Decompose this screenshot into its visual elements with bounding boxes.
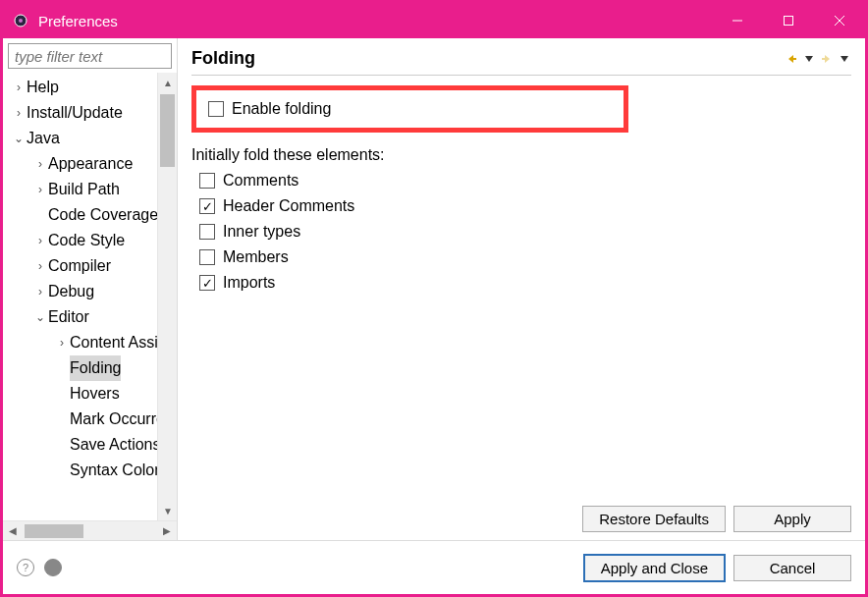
maximize-button[interactable] bbox=[763, 3, 814, 38]
fold-option-checkbox[interactable] bbox=[199, 224, 215, 240]
scroll-right-icon[interactable]: ▶ bbox=[157, 521, 177, 541]
enable-folding-highlight: Enable folding bbox=[191, 85, 628, 133]
tree-item-label: Java bbox=[27, 126, 60, 151]
back-menu-icon[interactable] bbox=[802, 52, 816, 66]
tree-item-label: Content Assist bbox=[70, 330, 157, 355]
forward-menu-icon[interactable] bbox=[838, 52, 851, 66]
help-icon[interactable]: ? bbox=[17, 559, 34, 576]
fold-option-checkbox[interactable] bbox=[199, 198, 215, 214]
fold-option-row[interactable]: Members bbox=[199, 244, 851, 270]
chevron-right-icon[interactable]: › bbox=[11, 75, 27, 100]
tree-item[interactable]: ›Compiler bbox=[3, 253, 157, 279]
tree-item[interactable]: Hovers bbox=[3, 381, 157, 407]
fold-option-row[interactable]: Header Comments bbox=[199, 193, 851, 219]
tree-item-label: Install/Update bbox=[27, 100, 123, 126]
chevron-right-icon[interactable]: › bbox=[32, 177, 48, 202]
chevron-right-icon[interactable]: › bbox=[32, 228, 48, 253]
back-icon[interactable] bbox=[785, 52, 798, 66]
bottom-bar: ? Apply and Close Cancel bbox=[3, 541, 865, 594]
fold-option-row[interactable]: Imports bbox=[199, 270, 851, 296]
hscroll-thumb[interactable] bbox=[25, 524, 83, 538]
window-title: Preferences bbox=[38, 13, 118, 29]
tree-item-label: Hovers bbox=[70, 381, 120, 407]
fold-option-label: Imports bbox=[223, 270, 275, 296]
tree-item-label: Folding bbox=[70, 355, 121, 381]
chevron-right-icon[interactable]: › bbox=[54, 330, 70, 355]
tree-item[interactable]: ›Content Assist bbox=[3, 330, 157, 355]
filter-input[interactable] bbox=[8, 43, 172, 69]
tree-item-label: Build Path bbox=[48, 177, 120, 202]
chevron-down-icon[interactable]: ⌄ bbox=[11, 126, 27, 151]
content-panel: Folding Enable folding Initially fold th… bbox=[178, 38, 865, 540]
fold-options-list: CommentsHeader CommentsInner typesMember… bbox=[191, 168, 851, 296]
tree-item[interactable]: ›Install/Update bbox=[3, 100, 157, 126]
content-body: Enable folding Initially fold these elem… bbox=[191, 85, 851, 500]
nav-icons bbox=[785, 52, 851, 66]
tree-item-label: Code Coverage bbox=[48, 202, 157, 228]
scroll-left-icon[interactable]: ◀ bbox=[3, 521, 23, 541]
chevron-right-icon[interactable]: › bbox=[32, 151, 48, 177]
fold-option-checkbox[interactable] bbox=[199, 249, 215, 265]
fold-option-label: Members bbox=[223, 244, 289, 270]
chevron-right-icon[interactable]: › bbox=[32, 279, 48, 304]
fold-option-label: Inner types bbox=[223, 219, 300, 244]
tree-item-label: Code Style bbox=[48, 228, 125, 253]
tree-item[interactable]: ⌄Editor bbox=[3, 304, 157, 330]
content-footer: Restore Defaults Apply bbox=[191, 500, 851, 532]
tree-item-label: Appearance bbox=[48, 151, 133, 177]
enable-folding-checkbox[interactable] bbox=[208, 101, 224, 117]
svg-rect-3 bbox=[785, 17, 793, 26]
scroll-up-icon[interactable]: ▲ bbox=[158, 73, 178, 92]
tree-item[interactable]: ›Code Style bbox=[3, 228, 157, 253]
tree-item[interactable]: Save Actions bbox=[3, 432, 157, 458]
tree-item-label: Save Actions bbox=[70, 432, 157, 458]
titlebar: Preferences bbox=[3, 3, 865, 38]
fold-option-label: Comments bbox=[223, 168, 298, 193]
fold-option-checkbox[interactable] bbox=[199, 173, 215, 189]
chevron-down-icon[interactable]: ⌄ bbox=[32, 304, 48, 330]
restore-defaults-button[interactable]: Restore Defaults bbox=[582, 506, 726, 532]
app-icon bbox=[11, 11, 30, 30]
vertical-scrollbar[interactable]: ▲ ▼ bbox=[157, 73, 177, 520]
tree-item[interactable]: Mark Occurrences bbox=[3, 407, 157, 432]
apply-button[interactable]: Apply bbox=[733, 506, 851, 532]
minimize-button[interactable] bbox=[712, 3, 763, 38]
tree-item[interactable]: Folding bbox=[3, 355, 157, 381]
page-title: Folding bbox=[191, 48, 255, 69]
tree-item[interactable]: ›Build Path bbox=[3, 177, 157, 202]
tree-item[interactable]: ›Debug bbox=[3, 279, 157, 304]
tree-item-label: Compiler bbox=[48, 253, 111, 279]
chevron-right-icon[interactable]: › bbox=[32, 253, 48, 279]
enable-folding-label: Enable folding bbox=[232, 96, 331, 122]
fold-option-checkbox[interactable] bbox=[199, 275, 215, 291]
cancel-button[interactable]: Cancel bbox=[733, 555, 851, 581]
tree-item[interactable]: ›Appearance bbox=[3, 151, 157, 177]
tree-item-label: Debug bbox=[48, 279, 94, 304]
tree-item[interactable]: Syntax Coloring bbox=[3, 458, 157, 483]
horizontal-scrollbar[interactable]: ◀ ▶ bbox=[3, 520, 177, 540]
apply-and-close-button[interactable]: Apply and Close bbox=[583, 554, 726, 582]
content-header: Folding bbox=[191, 48, 851, 76]
tree-item[interactable]: ›Help bbox=[3, 75, 157, 100]
fold-option-label: Header Comments bbox=[223, 193, 354, 219]
tree-item-label: Mark Occurrences bbox=[70, 407, 157, 432]
forward-icon[interactable] bbox=[820, 52, 834, 66]
enable-folding-row[interactable]: Enable folding bbox=[208, 96, 331, 122]
svg-point-1 bbox=[19, 19, 23, 23]
sidebar: ›Help›Install/Update⌄Java›Appearance›Bui… bbox=[3, 38, 178, 540]
scroll-down-icon[interactable]: ▼ bbox=[158, 501, 178, 520]
tree-item[interactable]: ⌄Java bbox=[3, 126, 157, 151]
close-button[interactable] bbox=[814, 3, 865, 38]
tree-item-label: Syntax Coloring bbox=[70, 458, 157, 483]
fold-option-row[interactable]: Comments bbox=[199, 168, 851, 193]
chevron-right-icon[interactable]: › bbox=[11, 100, 27, 126]
tree-item[interactable]: Code Coverage bbox=[3, 202, 157, 228]
import-export-icon[interactable] bbox=[44, 559, 62, 576]
main-area: ›Help›Install/Update⌄Java›Appearance›Bui… bbox=[3, 38, 865, 541]
preference-tree[interactable]: ›Help›Install/Update⌄Java›Appearance›Bui… bbox=[3, 73, 157, 520]
fold-option-row[interactable]: Inner types bbox=[199, 219, 851, 244]
scroll-thumb[interactable] bbox=[160, 94, 175, 167]
tree-item-label: Editor bbox=[48, 304, 89, 330]
section-label: Initially fold these elements: bbox=[191, 146, 851, 164]
tree-item-label: Help bbox=[27, 75, 59, 100]
